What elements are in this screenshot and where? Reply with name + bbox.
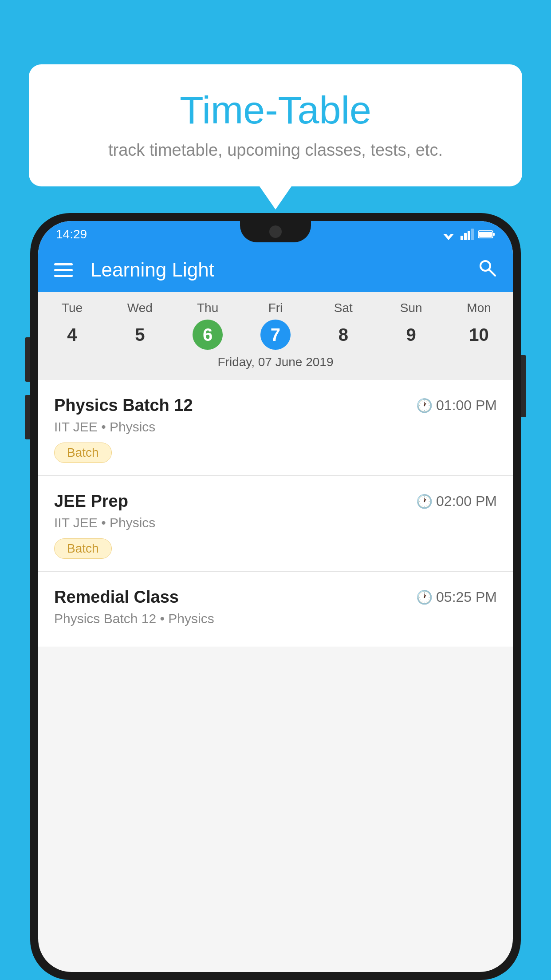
days-row: Tue Wed Thu Fri Sat Sun Mon xyxy=(38,301,513,315)
item-time-3: 🕐 05:25 PM xyxy=(416,589,497,605)
power-button xyxy=(521,355,526,417)
item-sub-1: IIT JEE • Physics xyxy=(54,419,497,435)
selected-date-label: Friday, 07 June 2019 xyxy=(38,355,513,375)
batch-badge-1: Batch xyxy=(54,443,112,463)
clock-icon-3: 🕐 xyxy=(416,589,433,605)
status-icons xyxy=(441,229,495,240)
day-sat: Sat xyxy=(309,301,377,315)
schedule-item-physics-batch[interactable]: Physics Batch 12 🕐 01:00 PM IIT JEE • Ph… xyxy=(38,380,513,476)
app-bar-title: Learning Light xyxy=(91,259,477,281)
hamburger-menu-button[interactable] xyxy=(54,263,73,277)
phone-wrapper: 14:29 xyxy=(30,213,521,980)
clock-icon-2: 🕐 xyxy=(416,494,433,509)
date-7-selected[interactable]: 7 xyxy=(260,320,291,350)
svg-rect-9 xyxy=(493,233,495,236)
date-8[interactable]: 8 xyxy=(328,320,358,350)
svg-rect-10 xyxy=(479,232,492,237)
item-time-1: 🕐 01:00 PM xyxy=(416,397,497,414)
signal-icon xyxy=(460,229,474,240)
day-wed: Wed xyxy=(106,301,174,315)
batch-badge-2: Batch xyxy=(54,538,112,559)
hamburger-line-3 xyxy=(54,275,73,277)
phone-outer: 14:29 xyxy=(30,213,521,980)
item-top-row-1: Physics Batch 12 🕐 01:00 PM xyxy=(54,396,497,415)
date-4[interactable]: 4 xyxy=(57,320,87,350)
date-6-today[interactable]: 6 xyxy=(193,320,223,350)
item-time-2: 🕐 02:00 PM xyxy=(416,493,497,510)
hamburger-line-2 xyxy=(54,269,73,271)
schedule-list: Physics Batch 12 🕐 01:00 PM IIT JEE • Ph… xyxy=(38,380,513,647)
day-mon: Mon xyxy=(445,301,513,315)
status-time: 14:29 xyxy=(56,227,87,241)
volume-up-button xyxy=(25,337,30,382)
phone-screen: 14:29 xyxy=(38,221,513,972)
volume-down-button xyxy=(25,395,30,439)
wifi-icon xyxy=(441,229,456,240)
date-5[interactable]: 5 xyxy=(125,320,155,350)
item-title-3: Remedial Class xyxy=(54,588,179,607)
calendar-strip: Tue Wed Thu Fri Sat Sun Mon 4 5 6 7 8 9 … xyxy=(38,292,513,380)
date-10[interactable]: 10 xyxy=(464,320,494,350)
bubble-subtitle: track timetable, upcoming classes, tests… xyxy=(55,141,496,160)
speech-bubble: Time-Table track timetable, upcoming cla… xyxy=(29,64,522,186)
svg-rect-5 xyxy=(464,233,467,240)
front-camera xyxy=(269,225,282,238)
clock-icon-1: 🕐 xyxy=(416,398,433,413)
day-tue: Tue xyxy=(38,301,106,315)
speech-bubble-wrapper: Time-Table track timetable, upcoming cla… xyxy=(29,64,522,186)
item-top-row-2: JEE Prep 🕐 02:00 PM xyxy=(54,492,497,511)
dates-row[interactable]: 4 5 6 7 8 9 10 xyxy=(38,320,513,350)
schedule-item-remedial[interactable]: Remedial Class 🕐 05:25 PM Physics Batch … xyxy=(38,572,513,647)
svg-rect-6 xyxy=(468,231,470,240)
day-thu: Thu xyxy=(174,301,242,315)
item-title-1: Physics Batch 12 xyxy=(54,396,193,415)
item-sub-3: Physics Batch 12 • Physics xyxy=(54,611,497,626)
battery-icon xyxy=(478,229,495,239)
svg-line-12 xyxy=(489,269,495,276)
app-bar: Learning Light xyxy=(38,248,513,292)
svg-rect-7 xyxy=(471,229,474,240)
phone-notch xyxy=(240,221,311,242)
search-button[interactable] xyxy=(477,258,497,282)
day-fri: Fri xyxy=(242,301,310,315)
date-9[interactable]: 9 xyxy=(396,320,426,350)
item-top-row-3: Remedial Class 🕐 05:25 PM xyxy=(54,588,497,607)
item-title-2: JEE Prep xyxy=(54,492,128,511)
day-sun: Sun xyxy=(377,301,445,315)
search-icon xyxy=(477,258,497,277)
svg-rect-4 xyxy=(460,236,463,240)
hamburger-line-1 xyxy=(54,263,73,265)
bubble-title: Time-Table xyxy=(55,89,496,132)
schedule-item-jee-prep[interactable]: JEE Prep 🕐 02:00 PM IIT JEE • Physics Ba… xyxy=(38,476,513,572)
item-sub-2: IIT JEE • Physics xyxy=(54,515,497,530)
